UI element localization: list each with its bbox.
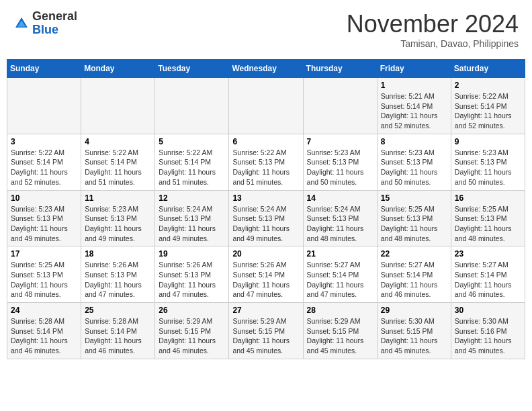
cell-detail: Sunrise: 5:23 AM Sunset: 5:13 PM Dayligh…	[85, 204, 151, 244]
day-number: 8	[381, 137, 447, 146]
logo-general: General	[32, 9, 77, 23]
cell-detail: Sunrise: 5:22 AM Sunset: 5:14 PM Dayligh…	[85, 148, 151, 187]
day-number: 29	[381, 306, 447, 315]
calendar-cell: 8Sunrise: 5:23 AM Sunset: 5:13 PM Daylig…	[377, 134, 451, 190]
calendar-header-row: SundayMondayTuesdayWednesdayThursdayFrid…	[7, 60, 525, 78]
calendar-week-row: 10Sunrise: 5:23 AM Sunset: 5:13 PM Dayli…	[7, 190, 525, 246]
day-number: 15	[381, 193, 447, 203]
calendar-cell	[155, 78, 229, 134]
calendar-cell: 3Sunrise: 5:22 AM Sunset: 5:14 PM Daylig…	[7, 134, 81, 190]
calendar-cell: 19Sunrise: 5:26 AM Sunset: 5:13 PM Dayli…	[155, 246, 229, 303]
day-number: 7	[307, 137, 373, 146]
calendar-cell: 20Sunrise: 5:26 AM Sunset: 5:14 PM Dayli…	[229, 246, 303, 303]
calendar-week-row: 24Sunrise: 5:28 AM Sunset: 5:14 PM Dayli…	[7, 303, 525, 359]
logo-icon	[13, 15, 30, 32]
cell-detail: Sunrise: 5:30 AM Sunset: 5:16 PM Dayligh…	[455, 316, 521, 356]
day-number: 17	[11, 249, 77, 259]
logo-text: General Blue	[32, 10, 77, 37]
cell-detail: Sunrise: 5:29 AM Sunset: 5:15 PM Dayligh…	[232, 316, 299, 356]
calendar-cell: 24Sunrise: 5:28 AM Sunset: 5:14 PM Dayli…	[7, 303, 81, 359]
month-title: November 2024	[347, 10, 519, 38]
cell-detail: Sunrise: 5:28 AM Sunset: 5:14 PM Dayligh…	[85, 316, 151, 356]
calendar-cell: 16Sunrise: 5:25 AM Sunset: 5:13 PM Dayli…	[451, 190, 525, 246]
day-number: 23	[455, 249, 521, 259]
cell-detail: Sunrise: 5:26 AM Sunset: 5:13 PM Dayligh…	[159, 260, 225, 300]
calendar-table: SundayMondayTuesdayWednesdayThursdayFrid…	[7, 59, 525, 359]
calendar-cell: 30Sunrise: 5:30 AM Sunset: 5:16 PM Dayli…	[451, 303, 525, 359]
cell-detail: Sunrise: 5:23 AM Sunset: 5:13 PM Dayligh…	[455, 148, 521, 187]
calendar-day-header: Monday	[81, 60, 155, 78]
calendar-cell: 5Sunrise: 5:22 AM Sunset: 5:14 PM Daylig…	[155, 134, 229, 190]
day-number: 14	[307, 193, 373, 203]
calendar-cell: 6Sunrise: 5:22 AM Sunset: 5:13 PM Daylig…	[229, 134, 303, 190]
calendar-cell: 14Sunrise: 5:24 AM Sunset: 5:13 PM Dayli…	[303, 190, 377, 246]
cell-detail: Sunrise: 5:22 AM Sunset: 5:14 PM Dayligh…	[159, 148, 225, 187]
calendar-week-row: 3Sunrise: 5:22 AM Sunset: 5:14 PM Daylig…	[7, 134, 525, 190]
cell-detail: Sunrise: 5:22 AM Sunset: 5:13 PM Dayligh…	[232, 148, 299, 187]
cell-detail: Sunrise: 5:27 AM Sunset: 5:14 PM Dayligh…	[307, 260, 373, 300]
calendar-day-header: Wednesday	[229, 60, 303, 78]
calendar-cell: 25Sunrise: 5:28 AM Sunset: 5:14 PM Dayli…	[81, 303, 155, 359]
calendar-cell: 21Sunrise: 5:27 AM Sunset: 5:14 PM Dayli…	[303, 246, 377, 303]
day-number: 28	[307, 306, 373, 315]
calendar-cell: 10Sunrise: 5:23 AM Sunset: 5:13 PM Dayli…	[7, 190, 81, 246]
day-number: 1	[381, 81, 447, 90]
calendar-cell: 13Sunrise: 5:24 AM Sunset: 5:13 PM Dayli…	[229, 190, 303, 246]
calendar-cell: 27Sunrise: 5:29 AM Sunset: 5:15 PM Dayli…	[229, 303, 303, 359]
day-number: 27	[232, 306, 299, 315]
calendar-cell: 12Sunrise: 5:24 AM Sunset: 5:13 PM Dayli…	[155, 190, 229, 246]
day-number: 26	[159, 306, 225, 315]
day-number: 30	[455, 306, 521, 315]
cell-detail: Sunrise: 5:23 AM Sunset: 5:13 PM Dayligh…	[307, 148, 373, 187]
logo: General Blue	[13, 10, 77, 37]
calendar-cell: 26Sunrise: 5:29 AM Sunset: 5:15 PM Dayli…	[155, 303, 229, 359]
cell-detail: Sunrise: 5:22 AM Sunset: 5:14 PM Dayligh…	[455, 91, 521, 131]
logo-blue: Blue	[32, 23, 58, 36]
calendar-day-header: Thursday	[303, 60, 377, 78]
calendar-cell: 18Sunrise: 5:26 AM Sunset: 5:13 PM Dayli…	[81, 246, 155, 303]
cell-detail: Sunrise: 5:27 AM Sunset: 5:14 PM Dayligh…	[381, 260, 447, 300]
day-number: 16	[455, 193, 521, 203]
day-number: 18	[85, 249, 151, 259]
cell-detail: Sunrise: 5:22 AM Sunset: 5:14 PM Dayligh…	[11, 148, 77, 187]
calendar-day-header: Tuesday	[155, 60, 229, 78]
cell-detail: Sunrise: 5:28 AM Sunset: 5:14 PM Dayligh…	[11, 316, 77, 356]
calendar-cell: 7Sunrise: 5:23 AM Sunset: 5:13 PM Daylig…	[303, 134, 377, 190]
cell-detail: Sunrise: 5:24 AM Sunset: 5:13 PM Dayligh…	[159, 204, 225, 244]
calendar-week-row: 17Sunrise: 5:25 AM Sunset: 5:13 PM Dayli…	[7, 246, 525, 303]
cell-detail: Sunrise: 5:26 AM Sunset: 5:14 PM Dayligh…	[232, 260, 299, 300]
calendar-cell: 15Sunrise: 5:25 AM Sunset: 5:13 PM Dayli…	[377, 190, 451, 246]
calendar-cell: 9Sunrise: 5:23 AM Sunset: 5:13 PM Daylig…	[451, 134, 525, 190]
calendar-cell: 1Sunrise: 5:21 AM Sunset: 5:14 PM Daylig…	[377, 78, 451, 134]
cell-detail: Sunrise: 5:30 AM Sunset: 5:15 PM Dayligh…	[381, 316, 447, 356]
calendar-cell: 23Sunrise: 5:27 AM Sunset: 5:14 PM Dayli…	[451, 246, 525, 303]
cell-detail: Sunrise: 5:29 AM Sunset: 5:15 PM Dayligh…	[159, 316, 225, 356]
title-area: November 2024 Tamisan, Davao, Philippine…	[347, 10, 519, 49]
day-number: 25	[85, 306, 151, 315]
calendar-cell: 2Sunrise: 5:22 AM Sunset: 5:14 PM Daylig…	[451, 78, 525, 134]
calendar-cell: 29Sunrise: 5:30 AM Sunset: 5:15 PM Dayli…	[377, 303, 451, 359]
day-number: 3	[11, 137, 77, 146]
cell-detail: Sunrise: 5:23 AM Sunset: 5:13 PM Dayligh…	[381, 148, 447, 187]
cell-detail: Sunrise: 5:24 AM Sunset: 5:13 PM Dayligh…	[307, 204, 373, 244]
day-number: 5	[159, 137, 225, 146]
page-header: General Blue November 2024 Tamisan, Dava…	[7, 7, 525, 52]
calendar-cell: 4Sunrise: 5:22 AM Sunset: 5:14 PM Daylig…	[81, 134, 155, 190]
day-number: 9	[455, 137, 521, 146]
day-number: 12	[159, 193, 225, 203]
calendar-cell: 28Sunrise: 5:29 AM Sunset: 5:15 PM Dayli…	[303, 303, 377, 359]
day-number: 20	[232, 249, 299, 259]
cell-detail: Sunrise: 5:24 AM Sunset: 5:13 PM Dayligh…	[232, 204, 299, 244]
day-number: 19	[159, 249, 225, 259]
cell-detail: Sunrise: 5:27 AM Sunset: 5:14 PM Dayligh…	[455, 260, 521, 300]
calendar-day-header: Sunday	[7, 60, 81, 78]
cell-detail: Sunrise: 5:25 AM Sunset: 5:13 PM Dayligh…	[381, 204, 447, 244]
calendar-cell	[303, 78, 377, 134]
location-subtitle: Tamisan, Davao, Philippines	[347, 38, 519, 49]
day-number: 10	[11, 193, 77, 203]
cell-detail: Sunrise: 5:26 AM Sunset: 5:13 PM Dayligh…	[85, 260, 151, 300]
calendar-cell	[7, 78, 81, 134]
day-number: 2	[455, 81, 521, 90]
day-number: 22	[381, 249, 447, 259]
cell-detail: Sunrise: 5:29 AM Sunset: 5:15 PM Dayligh…	[307, 316, 373, 356]
